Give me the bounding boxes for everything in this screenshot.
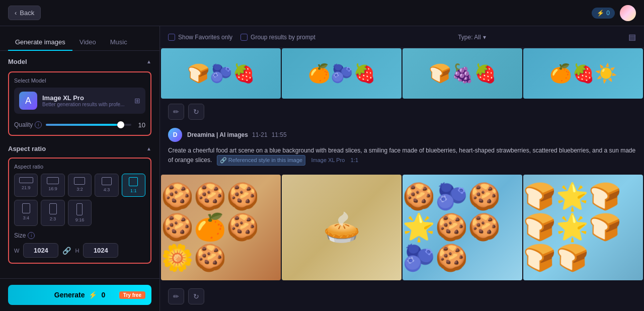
show-favorites-checkbox[interactable]: Show Favorites only (168, 34, 232, 41)
type-selector[interactable]: Type: All ▾ (458, 34, 486, 41)
credit-count: 0 (606, 10, 610, 17)
link-icon[interactable]: 🔗 (62, 247, 71, 255)
size-row: W 🔗 H (14, 243, 145, 258)
model-icon: A (19, 92, 37, 110)
back-label: Back (20, 9, 34, 17)
checkbox-group (240, 34, 248, 41)
aspect-btn-2-3[interactable]: 2:3 (41, 200, 64, 226)
panel-tabs: Generate images Video Music (0, 26, 159, 51)
aspect-btn-3-2[interactable]: 3:2 (68, 174, 92, 197)
type-chevron-icon: ▾ (483, 34, 486, 41)
select-model-label: Select Model (14, 77, 145, 84)
generate-credits: 0 (101, 291, 105, 299)
refresh-button-2[interactable]: ↻ (188, 288, 204, 304)
aspect-label-2-3: 2:3 (50, 216, 56, 221)
prompt-author: Dreamina | AI images (187, 131, 248, 138)
generated-images-grid: 🍪🍪🍪🍪🍊🍪🌼🍪 🥧 🍪🫐🍪🌟🍪🍪🫐🍪 🍞🌟🍞� (160, 175, 644, 284)
model-section-title: Model (8, 58, 27, 65)
quality-info-icon[interactable]: i (35, 121, 42, 128)
aspect-icon-1-1 (129, 177, 138, 186)
prompt-text: Create a cheerful food art scene on a bl… (168, 146, 636, 166)
content-area[interactable]: 🍞🫐🍓 🍊🫐🍓 🍞🍇🍓 🍊🍓☀️ ✏ ↻ (160, 48, 644, 311)
refresh-button-1[interactable]: ↻ (188, 104, 204, 120)
width-label: W (14, 248, 19, 254)
aspect-btn-4-3[interactable]: 4:3 (95, 174, 118, 197)
height-input[interactable] (83, 243, 118, 258)
prompt-section: D Dreamina | AI images 11-21 11:55 Creat… (160, 124, 644, 175)
group-by-prompt-checkbox[interactable]: Group results by prompt (240, 34, 315, 41)
aspect-icon-9-16 (76, 203, 83, 215)
aspect-btn-3-4[interactable]: 3:4 (14, 200, 38, 226)
model-desc: Better generation results with profe... (42, 102, 129, 107)
tab-video[interactable]: Video (72, 34, 103, 51)
width-input[interactable] (23, 243, 58, 258)
top-image-2[interactable]: 🍊🫐🍓 (282, 48, 401, 99)
gen-image-2[interactable]: 🥧 (282, 175, 401, 280)
show-favorites-label: Show Favorites only (178, 34, 232, 41)
generate-lightning-icon: ⚡ (89, 291, 97, 299)
model-section: Model ▲ Select Model A Image XL Pro Bett… (0, 51, 159, 145)
ratio-tag: 1:1 (351, 157, 358, 163)
avatar[interactable] (620, 5, 636, 21)
action-row-1: ✏ ↻ (160, 100, 644, 124)
group-by-prompt-label: Group results by prompt (251, 34, 315, 41)
tab-music[interactable]: Music (103, 34, 134, 51)
aspect-config-box: Aspect ratio 21:9 16:9 3:2 (8, 158, 151, 264)
aspect-label-4-3: 4:3 (104, 187, 110, 192)
size-info-icon[interactable]: i (28, 232, 35, 239)
top-image-4[interactable]: 🍊🍓☀️ (523, 48, 643, 99)
aspect-btn-1-1[interactable]: 1:1 (122, 174, 145, 197)
model-card[interactable]: A Image XL Pro Better generation results… (14, 88, 145, 114)
aspect-ratio-section: Aspect ratio ▲ Aspect ratio 21:9 16:9 (0, 145, 159, 273)
gen-image-1[interactable]: 🍪🍪🍪🍪🍊🍪🌼🍪 (161, 175, 281, 280)
aspect-label-9-16: 9:16 (75, 217, 85, 222)
checkbox-favorites (168, 34, 175, 41)
quality-slider[interactable] (46, 120, 131, 130)
model-settings-icon[interactable]: ⊞ (134, 97, 140, 105)
save-icon[interactable]: ▤ (628, 32, 636, 42)
generate-bar: Generate ⚡ 0 Try free (0, 278, 159, 311)
edit-icon-2: ✏ (173, 292, 179, 300)
credit-badge: ⚡ 0 (592, 8, 615, 19)
gen-image-4[interactable]: 🍞🌟🍞🍞🌟🍞🍞🍞 (523, 175, 643, 280)
quality-value: 10 (135, 121, 145, 129)
ref-style-tag[interactable]: 🔗 Referenced style in this image (217, 155, 305, 166)
aspect-label-3-2: 3:2 (76, 187, 83, 192)
aspect-grid-row1: 21:9 16:9 3:2 4:3 (14, 174, 145, 197)
model-config-box: Select Model A Image XL Pro Better gener… (8, 71, 151, 136)
left-panel: Generate images Video Music Model ▲ Sele… (0, 26, 160, 311)
tab-generate-images[interactable]: Generate images (8, 34, 72, 51)
lightning-icon: ⚡ (597, 10, 604, 17)
top-image-row: 🍞🫐🍓 🍊🫐🍓 🍞🍇🍓 🍊🍓☀️ (160, 48, 644, 99)
aspect-grid-row2: 3:4 2:3 9:16 (14, 200, 145, 226)
filter-bar: Show Favorites only Group results by pro… (160, 26, 644, 48)
aspect-label-3-4: 3:4 (23, 215, 29, 220)
refresh-icon-2: ↻ (193, 292, 199, 300)
generate-button[interactable]: Generate ⚡ 0 Try free (8, 285, 151, 305)
model-info: Image XL Pro Better generation results w… (42, 94, 129, 107)
aspect-icon-4-3 (102, 177, 112, 185)
edit-button-1[interactable]: ✏ (168, 104, 184, 120)
top-image-3[interactable]: 🍞🍇🍓 (403, 48, 522, 99)
refresh-icon-1: ↻ (193, 108, 199, 116)
back-chevron-icon: ‹ (15, 9, 17, 17)
prompt-date: 11-21 (252, 131, 268, 138)
size-label: Size i (14, 232, 145, 239)
aspect-btn-16-9[interactable]: 16:9 (41, 174, 64, 197)
prompt-meta: Dreamina | AI images 11-21 11:55 (187, 131, 287, 138)
prompt-time: 11:55 (272, 131, 287, 138)
aspect-btn-9-16[interactable]: 9:16 (68, 200, 92, 226)
top-image-1[interactable]: 🍞🫐🍓 (161, 48, 281, 99)
action-row-2: ✏ ↻ (160, 284, 644, 308)
slider-thumb (117, 121, 124, 128)
gen-image-3[interactable]: 🍪🫐🍪🌟🍪🍪🫐🍪 (403, 175, 522, 280)
back-button[interactable]: ‹ Back (8, 6, 41, 20)
model-name: Image XL Pro (42, 94, 129, 102)
aspect-btn-21-9[interactable]: 21:9 (14, 174, 38, 197)
aspect-collapse-icon[interactable]: ▲ (146, 146, 151, 151)
model-collapse-icon[interactable]: ▲ (146, 59, 151, 64)
topbar-right: ⚡ 0 (592, 5, 636, 21)
edit-button-2[interactable]: ✏ (168, 288, 184, 304)
aspect-icon-21-9 (19, 177, 33, 183)
slider-fill (46, 124, 123, 126)
